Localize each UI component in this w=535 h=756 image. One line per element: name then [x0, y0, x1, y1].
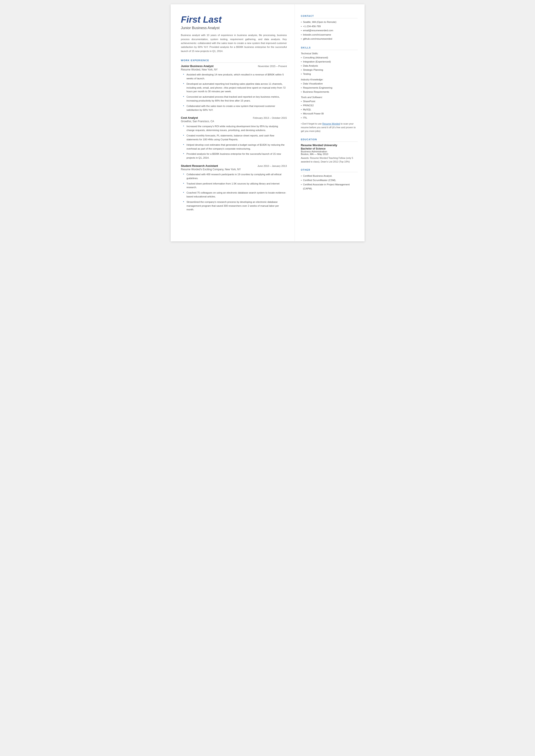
job-bullets-1: Increased the company's ROI while reduci…: [181, 125, 287, 160]
bullet-2-2: Coached 75 colleagues on using an electr…: [184, 191, 287, 199]
right-column: CONTACT Seattle, WA (Open to Remote) +1-…: [295, 4, 364, 241]
bullet-2-0: Collaborated with 400 research participa…: [184, 173, 287, 181]
edu-school-0: Resume Worded University: [301, 144, 357, 147]
job-company-2: Resume Worded's Exciting Company, New Yo…: [181, 168, 287, 171]
skills-cat-title-0: Technical Skills:: [301, 52, 357, 55]
job-dates-2: June 2010 – January 2013: [258, 165, 287, 167]
skills-cat-title-1: Industry Knowledge:: [301, 78, 357, 81]
job-bullets-2: Collaborated with 400 research participa…: [181, 173, 287, 211]
skill-2-1: PRINCE2: [301, 103, 357, 107]
resume-container: First Last Junior Business Analyst Busin…: [171, 4, 365, 241]
contact-item-1: +1-234-456-789: [301, 24, 357, 29]
contact-item-2: email@resumeworded.com: [301, 28, 357, 33]
edu-block-0: Resume Worded University Bachelor of Sci…: [301, 144, 357, 163]
job-company-0: Resume Worded, New York, NY: [181, 68, 287, 71]
job-dates-0: November 2015 – Present: [258, 65, 287, 68]
skills-cat-title-2: Tools and Software:: [301, 96, 357, 98]
skill-0-0: Consulting (Advanced): [301, 56, 357, 60]
job-title-1: Cost Analyst: [181, 116, 198, 119]
bullet-1-1: Created monthly forecasts, PL statements…: [184, 134, 287, 142]
skill-1-0: Data Visualization: [301, 82, 357, 86]
job-header-2: Student Research Assistant June 2010 – J…: [181, 164, 287, 167]
work-experience-header: WORK EXPERIENCE: [181, 59, 287, 63]
other-item-0: Certified Business Analyst.: [301, 174, 357, 178]
skill-0-3: Strategic Planning: [301, 68, 357, 72]
job-title-0: Junior Business Analyst: [181, 65, 213, 68]
promo-text: • Don't forget to use Resume Worded to s…: [301, 122, 357, 133]
job-dates-1: February 2013 – October 2015: [253, 117, 287, 119]
other-header: OTHER: [301, 169, 357, 172]
job-block-1: Cost Analyst February 2013 – October 201…: [181, 116, 287, 160]
job-company-1: Growthsi, San Francisco, CA: [181, 120, 287, 123]
edu-awards-0: Awards: Resume Worded Teaching Fellow (o…: [301, 156, 357, 163]
bullet-1-3: Provided analysis for a $500K business e…: [184, 152, 287, 160]
contact-item-4: github.com/resumeworded: [301, 37, 357, 41]
work-experience-section: WORK EXPERIENCE Junior Business Analyst …: [181, 59, 287, 211]
other-item-1: Certified ScrumMaster (CSM).: [301, 178, 357, 182]
skills-section: SKILLS Technical Skills: Consulting (Adv…: [301, 46, 357, 133]
bullet-2-3: Streamlined the company's research proce…: [184, 200, 287, 211]
job-title-heading: Junior Business Analyst: [181, 26, 287, 30]
education-section: EDUCATION Resume Worded University Bache…: [301, 138, 357, 163]
contact-header: CONTACT: [301, 14, 357, 18]
bullet-1-0: Increased the company's ROI while reduci…: [184, 125, 287, 132]
skill-2-4: ITIL: [301, 116, 357, 120]
bullet-1-2: Helped develop cost estimates that gener…: [184, 143, 287, 151]
job-title-2: Student Research Assistant: [181, 164, 218, 167]
skills-list-0: Consulting (Advanced) Integration (Exper…: [301, 56, 357, 76]
name-heading: First Last: [181, 14, 287, 25]
skill-1-1: Requirements Engineering: [301, 86, 357, 90]
contact-list: Seattle, WA (Open to Remote) +1-234-456-…: [301, 20, 357, 41]
bullet-2-1: Tracked down pertinent information from …: [184, 182, 287, 190]
contact-item-0: Seattle, WA (Open to Remote): [301, 20, 357, 24]
bullet-0-3: Collaborated with the sales team to crea…: [184, 104, 287, 112]
bullet-0-2: Concocted an automated process that trac…: [184, 95, 287, 103]
skills-list-1: Data Visualization Requirements Engineer…: [301, 82, 357, 94]
left-column: First Last Junior Business Analyst Busin…: [171, 4, 295, 241]
contact-section: CONTACT Seattle, WA (Open to Remote) +1-…: [301, 14, 357, 41]
edu-degree-0: Bachelor of Science: [301, 147, 357, 150]
skill-2-2: MySQL: [301, 107, 357, 112]
contact-item-3: linkedin.com/in/username: [301, 33, 357, 37]
job-block-0: Junior Business Analyst November 2015 – …: [181, 65, 287, 112]
skills-header: SKILLS: [301, 46, 357, 50]
job-header-0: Junior Business Analyst November 2015 – …: [181, 65, 287, 68]
job-header-1: Cost Analyst February 2013 – October 201…: [181, 116, 287, 119]
skill-2-3: Microsoft Power BI: [301, 112, 357, 116]
other-item-2: Certified Associate in Project Managemen…: [301, 182, 357, 191]
skill-0-4: Testing: [301, 72, 357, 76]
edu-location-0: Boston, MA — May 2010: [301, 153, 357, 155]
skill-2-0: SharePoint: [301, 99, 357, 103]
skill-0-2: Data Analysis: [301, 64, 357, 68]
job-block-2: Student Research Assistant June 2010 – J…: [181, 164, 287, 211]
other-section: OTHER Certified Business Analyst. Certif…: [301, 169, 357, 191]
bullet-0-0: Assisted with developing 14 new products…: [184, 73, 287, 81]
skills-list-2: SharePoint PRINCE2 MySQL Microsoft Power…: [301, 99, 357, 120]
skill-1-2: Business Requirements: [301, 90, 357, 94]
bullet-0-1: Developed an automated reporting tool tr…: [184, 82, 287, 94]
job-bullets-0: Assisted with developing 14 new products…: [181, 73, 287, 112]
promo-prefix: • Don't forget to use: [301, 123, 322, 125]
other-list: Certified Business Analyst. Certified Sc…: [301, 174, 357, 191]
edu-field-0: Business Administration: [301, 150, 357, 153]
education-header: EDUCATION: [301, 138, 357, 142]
summary-text: Business analyst with 10 years of experi…: [181, 33, 287, 53]
promo-link[interactable]: Resume Worded: [322, 123, 340, 125]
skill-0-1: Integration (Experienced): [301, 60, 357, 64]
